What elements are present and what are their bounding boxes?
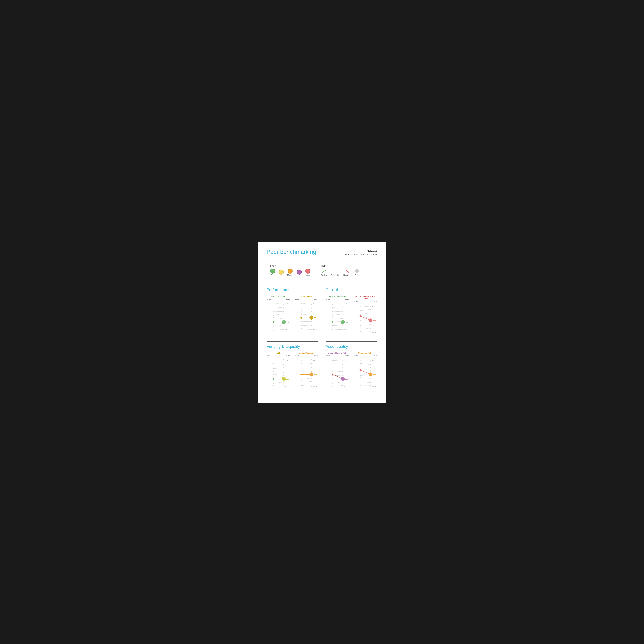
year-end: 2019 (314, 298, 318, 300)
svg-point-73 (332, 311, 333, 312)
svg-text:11%: 11% (285, 360, 288, 361)
svg-line-216 (360, 361, 370, 361)
charts-row: Return on Equity2018201911%0%10%Cost/Inc… (267, 295, 318, 333)
svg-point-229 (360, 375, 361, 376)
svg-point-163 (301, 367, 302, 368)
svg-line-9 (274, 307, 284, 308)
svg-point-92 (341, 320, 345, 324)
svg-line-114 (360, 328, 370, 329)
section-title: Funding & Liquidity (267, 344, 318, 349)
svg-line-231 (360, 378, 370, 378)
chart-0-0: Return on Equity2018201911%0%10% (267, 295, 291, 333)
svg-line-42 (301, 311, 311, 311)
chart-2-1: Loans/Deposits2018201950%100%50% (294, 352, 318, 390)
svg-point-98 (370, 306, 371, 307)
svg-point-137 (283, 372, 284, 373)
svg-point-232 (360, 377, 361, 378)
year-start: 2018 (295, 298, 299, 300)
svg-point-149 (283, 385, 284, 386)
svg-point-86 (342, 325, 343, 326)
svg-point-40 (301, 308, 302, 309)
page: Peer benchmarking 4Q2019 Document date: … (258, 241, 386, 403)
svg-line-234 (360, 382, 370, 382)
svg-point-112 (360, 325, 361, 326)
section-0: PerformanceReturn on Equity2018201911%0%… (267, 285, 318, 336)
label-worst: Worst (306, 274, 310, 276)
svg-point-88 (332, 329, 333, 330)
year-end: 2019 (345, 298, 349, 300)
section-3: Asset qualityImpaired Loans Ratio2018201… (326, 341, 377, 390)
svg-line-195 (333, 371, 343, 372)
svg-line-78 (333, 318, 343, 319)
svg-line-219 (360, 363, 370, 365)
svg-point-89 (342, 329, 343, 330)
svg-text:100%: 100% (372, 385, 376, 387)
quarter-label: 4Q2019 (344, 249, 377, 253)
charts-row: Fully loaded CET12018201911%0%10%Fully l… (326, 295, 377, 336)
chart-svg-wrapper: 30%100%50% (353, 303, 377, 336)
chart-years: 20182019 (294, 355, 318, 357)
svg-line-66 (333, 304, 343, 304)
svg-point-131 (283, 364, 284, 365)
svg-line-156 (301, 360, 311, 360)
svg-text:11%: 11% (344, 360, 347, 361)
svg-text:100%: 100% (313, 329, 317, 330)
svg-point-166 (301, 372, 302, 372)
chart-title: Coverage Ratio (353, 352, 377, 354)
svg-point-67 (332, 304, 333, 305)
svg-point-223 (360, 366, 361, 367)
chart-0-1: Cost/Income2018201930%100%50% (294, 295, 318, 333)
svg-point-233 (370, 378, 371, 379)
svg-point-109 (360, 320, 361, 321)
svg-text:30%: 30% (372, 306, 375, 307)
document-date: Document date: 11 december 2019 (344, 253, 377, 256)
svg-line-144 (274, 382, 284, 383)
svg-point-128 (283, 359, 284, 360)
svg-point-101 (370, 309, 371, 310)
chart-2-0: LCR2018201911%0%10% (267, 352, 291, 390)
chart-svg: 30%100%50% (353, 303, 377, 335)
svg-point-151 (273, 378, 274, 380)
svg-line-72 (333, 311, 343, 312)
svg-line-27 (274, 329, 284, 330)
svg-line-6 (274, 303, 284, 304)
sections-grid: PerformanceReturn on Equity2018201911%0%… (267, 285, 377, 390)
charts-row: LCR2018201911%0%10%Loans/Deposits2018201… (267, 352, 318, 390)
svg-text:50%: 50% (372, 360, 375, 361)
svg-text:10%: 10% (286, 378, 289, 380)
svg-text:0%: 0% (285, 329, 287, 330)
chart-svg-wrapper: 50%100%50% (353, 357, 377, 390)
svg-line-2 (345, 270, 349, 273)
svg-point-68 (342, 304, 343, 304)
svg-point-200 (342, 375, 343, 376)
svg-point-107 (370, 318, 371, 318)
chart-title: Cost/Income (294, 295, 318, 297)
svg-point-14 (283, 311, 284, 312)
svg-line-198 (333, 375, 343, 376)
svg-point-56 (311, 325, 312, 326)
svg-point-208 (332, 386, 333, 387)
legend-item-2 (279, 270, 284, 275)
section-1: CapitalFully loaded CET12018201911%0%10%… (326, 285, 377, 336)
trend-legend: Trend Positive Status Quo (321, 265, 360, 276)
score-label: Score (270, 265, 310, 267)
svg-point-202 (332, 379, 333, 379)
svg-text:10%: 10% (345, 321, 348, 323)
svg-point-146 (283, 382, 284, 383)
chart-1-0: Fully loaded CET12018201911%0%10% (326, 295, 350, 336)
svg-line-135 (274, 372, 284, 372)
chart-years: 20182019 (326, 355, 350, 357)
status-quo-icon (332, 269, 338, 274)
year-end: 2019 (286, 355, 290, 357)
svg-line-171 (301, 378, 311, 379)
header: Peer benchmarking 4Q2019 Document date: … (267, 249, 377, 256)
svg-line-96 (360, 306, 370, 307)
chart-svg-wrapper: 30%100%50% (294, 300, 318, 333)
chart-svg: 11%0%10% (267, 357, 291, 389)
svg-text:30%: 30% (313, 303, 316, 305)
year-end: 2019 (314, 355, 318, 357)
svg-point-152 (282, 377, 286, 381)
svg-line-192 (333, 367, 343, 367)
svg-point-139 (273, 374, 274, 375)
svg-point-26 (283, 325, 284, 326)
